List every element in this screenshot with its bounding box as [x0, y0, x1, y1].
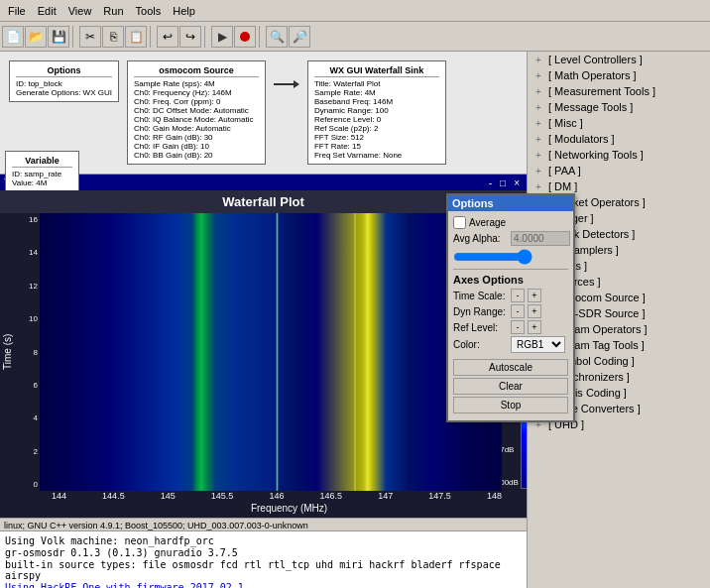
- stop-button[interactable]: Stop: [453, 397, 568, 413]
- status-bar: linux; GNU C++ version 4.9.1; Boost_1055…: [0, 518, 527, 530]
- toolbar: 📄 📂 💾 ✂ ⎘ 📋 ↩ ↪ ▶ 🔍 🔎: [0, 22, 710, 52]
- waterfall-xlabel: Frequency (MHz): [52, 501, 527, 516]
- sidebar-label-1: [ Math Operators ]: [548, 69, 637, 81]
- ylabel-8: 8: [17, 348, 38, 357]
- sidebar-measurement-tools[interactable]: + [ Measurement Tools ]: [528, 83, 710, 99]
- osmocom-f7: Ch0: IF Gain (dB): 10: [134, 142, 259, 151]
- avg-alpha-label: Avg Alpha:: [453, 233, 508, 244]
- maximize-button[interactable]: □: [497, 177, 509, 188]
- minimize-button[interactable]: -: [486, 177, 495, 188]
- wxgui-f8: Freq Set Varname: None: [314, 151, 439, 160]
- menu-tools[interactable]: Tools: [130, 3, 168, 19]
- console-area[interactable]: Using Volk machine: neon_hardfp_orc gr-o…: [0, 530, 527, 589]
- sidebar-label-4: [ Misc ]: [548, 117, 583, 129]
- osmocom-f4: Ch0: IQ Balance Mode: Automatic: [134, 115, 259, 124]
- redo-button[interactable]: ↪: [179, 26, 201, 48]
- connector-1: [274, 60, 299, 88]
- ref-level-row: Ref Level: - +: [453, 320, 568, 334]
- options-field-1: Generate Options: WX GUI: [16, 88, 112, 97]
- expand-icon-2: +: [535, 86, 545, 97]
- sidebar-message-tools[interactable]: + [ Message Tools ]: [528, 99, 710, 115]
- ref-level-label: Ref Level:: [453, 322, 508, 333]
- ylabel-2: 2: [17, 447, 38, 456]
- wxgui-f4: Reference Level: 0: [314, 115, 439, 124]
- wxgui-block[interactable]: WX GUI Waterfall Sink Title: Waterfall P…: [307, 60, 446, 165]
- copy-button[interactable]: ⎘: [102, 26, 124, 48]
- color-select[interactable]: RGB1: [511, 336, 565, 353]
- menu-help[interactable]: Help: [167, 3, 201, 19]
- dialog-body: Average Avg Alpha: Axes Options Time Sca…: [448, 211, 573, 420]
- block-diagram: Options ID: top_block Generate Options: …: [0, 52, 527, 175]
- ylabel-14: 14: [17, 248, 38, 257]
- autoscale-button[interactable]: Autoscale: [453, 359, 568, 376]
- axes-options-title: Axes Options: [453, 274, 568, 286]
- open-button[interactable]: 📂: [25, 26, 47, 48]
- average-checkbox[interactable]: [453, 216, 466, 229]
- clear-button[interactable]: Clear: [453, 378, 568, 395]
- variable-block[interactable]: Variable ID: samp_rate Value: 4M: [5, 151, 79, 192]
- sidebar-paa[interactable]: + [ PAA ]: [528, 163, 710, 178]
- options-field-0: ID: top_block: [16, 79, 112, 88]
- expand-icon-0: +: [535, 55, 545, 65]
- dyn-range-row: Dyn Range: - +: [453, 304, 568, 318]
- average-label: Average: [469, 217, 506, 228]
- time-scale-label: Time Scale:: [453, 291, 508, 301]
- zoom-out-button[interactable]: 🔎: [289, 26, 310, 48]
- options-block[interactable]: Options ID: top_block Generate Options: …: [9, 60, 119, 102]
- alpha-slider[interactable]: [453, 249, 532, 265]
- time-scale-plus[interactable]: +: [528, 289, 541, 302]
- osmocom-f5: Ch0: Gain Mode: Automatic: [134, 124, 259, 133]
- menu-edit[interactable]: Edit: [32, 3, 62, 19]
- yaxis-labels: 16 14 12 10 8 6 4 2 0: [15, 213, 40, 491]
- avg-alpha-input[interactable]: [511, 231, 570, 246]
- expand-icon-6: +: [535, 150, 545, 161]
- menu-view[interactable]: View: [62, 3, 98, 19]
- axes-options-section: Axes Options Time Scale: - + Dyn Range: …: [453, 274, 568, 353]
- osmocom-block[interactable]: osmocom Source Sample Rate (sps): 4M Ch0…: [127, 60, 266, 165]
- ref-level-plus[interactable]: +: [528, 320, 541, 334]
- wxgui-f5: Ref Scale (p2p): 2: [314, 124, 439, 133]
- menu-run[interactable]: Run: [97, 3, 129, 19]
- menu-file[interactable]: File: [2, 3, 32, 19]
- time-scale-minus[interactable]: -: [511, 289, 525, 302]
- slider-row: [453, 249, 568, 265]
- zoom-in-button[interactable]: 🔍: [266, 26, 288, 48]
- wxgui-f1: Sample Rate: 4M: [314, 88, 439, 97]
- sidebar-dm[interactable]: + [ DM ]: [528, 178, 710, 194]
- sidebar-modulators[interactable]: + [ Modulators ]: [528, 131, 710, 147]
- run-button[interactable]: ▶: [211, 26, 233, 48]
- sidebar-networking-tools[interactable]: + [ Networking Tools ]: [528, 147, 710, 163]
- sidebar-label-0: [ Level Controllers ]: [548, 54, 643, 65]
- cut-button[interactable]: ✂: [79, 26, 101, 48]
- close-button[interactable]: ×: [511, 177, 523, 188]
- sidebar-label-5: [ Modulators ]: [548, 133, 615, 145]
- ylabel-6: 6: [17, 381, 38, 390]
- console-line-1: Using Volk machine: neon_hardfp_orc: [5, 535, 522, 546]
- sidebar-misc[interactable]: + [ Misc ]: [528, 115, 710, 131]
- variable-title: Variable: [12, 156, 72, 168]
- new-button[interactable]: 📄: [2, 26, 24, 48]
- undo-button[interactable]: ↩: [157, 26, 178, 48]
- xlabel-146: 146: [269, 491, 284, 501]
- dyn-range-plus[interactable]: +: [528, 304, 541, 318]
- sidebar-level-controllers[interactable]: + [ Level Controllers ]: [528, 52, 710, 67]
- dialog-titlebar: Options: [448, 195, 573, 211]
- waterfall-image[interactable]: [40, 213, 502, 491]
- sidebar-math-operators[interactable]: + [ Math Operators ]: [528, 67, 710, 83]
- record-button[interactable]: [234, 26, 256, 48]
- xlabel-147: 147: [378, 491, 393, 501]
- osmocom-f0: Sample Rate (sps): 4M: [134, 79, 259, 88]
- wxgui-f0: Title: Waterfall Plot: [314, 79, 439, 88]
- wxgui-f2: Baseband Freq: 146M: [314, 97, 439, 106]
- osmocom-f8: Ch0: BB Gain (dB): 20: [134, 151, 259, 160]
- time-scale-row: Time Scale: - +: [453, 289, 568, 302]
- paste-button[interactable]: 📋: [125, 26, 147, 48]
- xlabel-1465: 146.5: [320, 491, 343, 501]
- ref-level-minus[interactable]: -: [511, 320, 525, 334]
- sidebar-label-8: [ DM ]: [548, 180, 577, 192]
- expand-icon-4: +: [535, 118, 545, 129]
- save-button[interactable]: 💾: [48, 26, 69, 48]
- osmocom-f6: Ch0: RF Gain (dB): 30: [134, 133, 259, 142]
- dyn-range-minus[interactable]: -: [511, 304, 525, 318]
- options-dialog: Options Average Avg Alpha: Axes Options …: [446, 193, 575, 422]
